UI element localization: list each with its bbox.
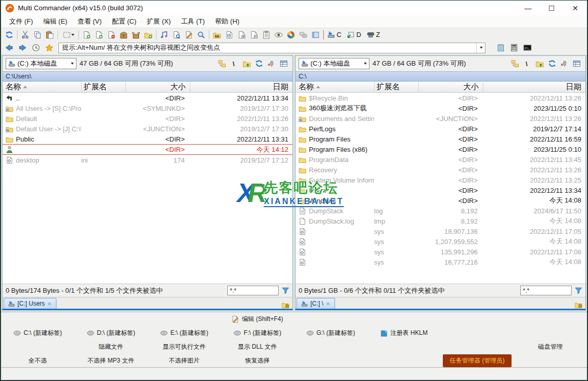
new-tab-d-button[interactable]: D:\ (新建标签) [82,327,140,339]
file-row[interactable]: PerfLogs<DIR>2019/12/7 17:14 [296,124,585,134]
new-tab-f-button[interactable]: F:\ (新建标签) [229,327,286,339]
file-row[interactable]: DumpStacklog8,1922024/6/17 11:50 [296,206,585,216]
favorites-button[interactable] [43,42,55,53]
unpack-button[interactable] [130,29,142,41]
left-filter-input[interactable]: *.* [227,286,279,295]
right-column-date[interactable]: 日期 [483,82,585,92]
drive-z-button[interactable]: Z [365,30,384,39]
hidden-files-button[interactable]: 隐藏文件 [94,341,128,353]
file-row[interactable]: Documents and Settings -> [J] C:\...<JUN… [296,113,585,124]
add-doc-button[interactable] [236,29,248,41]
file-row[interactable]: All Users -> [S] C:\ProgramData<SYMLINKD… [3,103,292,113]
menu-help[interactable]: 帮助 (H) [210,15,245,28]
file-row[interactable]: Default User -> [J] C:\Users\Default<JUN… [3,124,292,134]
view-file-button[interactable] [272,29,285,41]
file-row[interactable]: Default<DIR>2022/12/11 13:26 [3,113,292,124]
history-button[interactable] [30,42,42,53]
comments-button[interactable] [297,29,309,41]
right-goto-root-button[interactable] [522,58,533,69]
menu-edit[interactable]: 编辑 (E) [38,15,72,28]
right-folder-tree-button[interactable] [509,58,521,69]
show-dll-button[interactable]: 显示 DLL 文件 [233,341,282,353]
menu-view[interactable]: 查看 (V) [72,15,107,28]
right-path-bar[interactable]: C:\ [296,71,585,82]
new-file-button[interactable] [81,29,93,41]
file-row[interactable]: System Volume Information<DIR>2022/12/11… [296,175,585,185]
new-tab-e-button[interactable]: E:\ (新建标签) [155,327,213,339]
file-row[interactable]: <DIR>今天 14:12 [3,144,292,155]
file-row[interactable]: Public<DIR>2022/12/11 13:31 [3,134,292,144]
notes-button[interactable] [260,29,272,41]
task-manager-admin-button[interactable]: 任务管理器 (管理员) [443,354,511,367]
file-row[interactable]: Program Files (x86)<DIR>2023/11/25 0:10 [296,144,585,154]
right-disconnect-button[interactable] [559,58,570,69]
maximize-button[interactable]: ☐ [540,1,563,15]
minimize-button[interactable]: — [516,1,540,15]
edit-button[interactable]: 编辑 (Shift+F4) [227,313,287,325]
menu-file[interactable]: 文件 (F) [4,15,38,28]
left-drive-selector[interactable]: (C:) 本地磁盘 [6,58,76,69]
remove-doc-button[interactable] [248,29,260,41]
file-row[interactable]: sys1,207,959,552今天 14:08 [296,236,585,247]
select-none-button[interactable]: 全不选 [24,355,51,367]
right-column-name[interactable]: 名称 [296,82,374,92]
drive-c-button[interactable]: C [325,30,345,39]
left-column-size[interactable]: 大小 [125,82,190,92]
paste-button[interactable] [44,29,56,41]
right-filter-input[interactable]: *.* [520,286,572,295]
file-row[interactable]: DumpStack.logtmp8,192今天 14:08 [296,216,585,226]
file-row[interactable]: sys135,991,2962022/12/11 17:08 [296,247,585,257]
tab-close-icon[interactable]: ✕ [326,301,330,307]
drive-d-button[interactable]: D [345,30,364,39]
file-row[interactable]: sys16,777,216今天 14:08 [296,257,585,267]
menu-extensions[interactable]: 扩展 (X) [142,15,176,28]
left-column-name[interactable]: 名称 [3,82,81,92]
delete-file-button[interactable] [105,29,117,41]
left-refresh-button[interactable] [253,58,265,69]
file-row[interactable]: desktopini1742019/12/7 17:12 [3,155,292,165]
keyboard-shortcuts-button[interactable] [211,29,223,41]
right-refresh-button[interactable] [546,58,558,69]
file-row[interactable]: $Recycle.Bin<DIR>2022/12/11 13:26 [296,93,585,103]
command-line-input[interactable] [59,44,476,52]
file-row[interactable]: 360极速浏览器下载<DIR>2023/11/25 0:10 [296,103,585,113]
notepad-button[interactable] [495,42,507,53]
search-button[interactable] [195,29,207,41]
right-column-size[interactable]: 大小 [418,82,483,92]
close-button[interactable]: ✕ [563,1,587,15]
locked-folder-icon[interactable] [575,301,582,309]
forward-button[interactable] [16,42,29,53]
file-row[interactable]: Users<DIR>2022/12/11 13:34 [296,185,585,195]
left-column-ext[interactable]: 扩展名 [81,82,125,92]
filter-funnel-icon[interactable] [282,287,289,294]
left-tab[interactable]: [C:] Users ✕ [4,298,56,309]
selection-mode-button[interactable] [60,29,77,41]
left-parent-folder-button[interactable] [241,58,252,69]
cut-button[interactable] [19,29,31,41]
right-parent-folder-button[interactable] [534,58,545,69]
audio-player-button[interactable] [158,29,170,41]
file-row[interactable]: Windows<DIR>今天 14:08 [296,195,585,206]
new-tab-g-button[interactable]: G:\ (新建标签) [302,327,360,339]
restore-selection-button[interactable]: 恢复选择 [241,355,275,367]
left-column-date[interactable]: 日期 [190,82,292,92]
edit-file-button[interactable] [183,29,195,41]
refresh-button[interactable] [3,29,15,41]
panel-layout-button[interactable] [309,29,322,41]
right-column-ext[interactable]: 扩展名 [374,82,418,92]
file-row[interactable]: Recovery<DIR>2022/12/11 13:26 [296,165,585,175]
calculator-button[interactable] [508,42,520,53]
locked-folder-icon[interactable] [282,301,289,309]
new-tab-c-button[interactable]: C:\ (新建标签) [9,327,67,339]
file-row[interactable]: ProgramData<DIR>2022/12/11 13:45 [296,154,585,165]
left-view-mode-button[interactable] [278,58,289,69]
tab-close-icon[interactable]: ✕ [47,301,51,307]
copy-button[interactable] [31,29,44,41]
disk-management-button[interactable]: 磁盘管理 [534,341,567,353]
pack-button[interactable] [117,29,130,41]
registry-hklm-button[interactable]: 注册表 HKLM [376,327,433,339]
colors-button[interactable] [285,29,297,41]
deselect-mp3-button[interactable]: 不选择 MP3 文件 [83,355,139,367]
file-row[interactable]: sys18,907,1362022/12/11 17:05 [296,226,585,236]
deselect-images-button[interactable]: 不选择图片 [164,355,204,367]
